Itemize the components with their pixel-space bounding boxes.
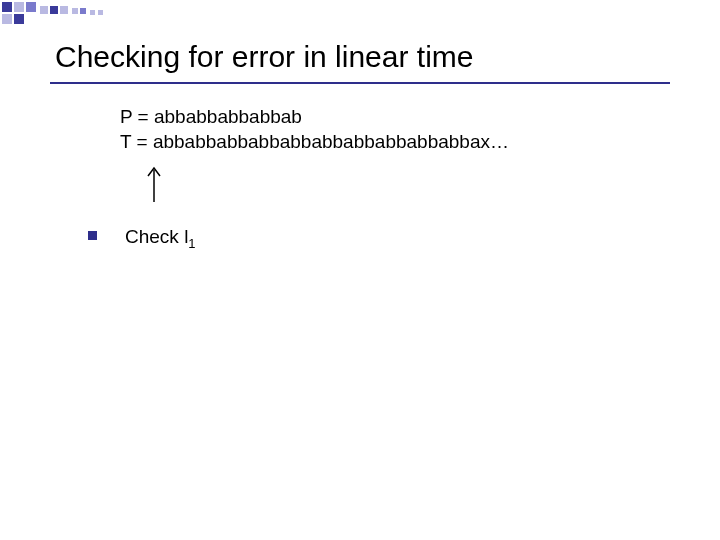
svg-rect-1 — [14, 2, 24, 12]
square-bullet-icon — [88, 231, 97, 240]
svg-rect-7 — [60, 6, 68, 14]
svg-rect-10 — [90, 10, 95, 15]
bullet-item: Check l1 — [88, 226, 196, 251]
svg-rect-6 — [50, 6, 58, 14]
up-arrow-icon — [144, 164, 164, 204]
svg-rect-11 — [98, 10, 103, 15]
svg-rect-4 — [14, 14, 24, 24]
t-string: T = abbabbabbabbabbabbabbabbabbabbax… — [120, 130, 509, 155]
svg-rect-8 — [72, 8, 78, 14]
p-string: P = abbabbabbabbab — [120, 105, 509, 130]
check-text: Check l1 — [125, 226, 196, 251]
svg-rect-5 — [40, 6, 48, 14]
svg-rect-2 — [26, 2, 36, 12]
corner-decoration — [0, 0, 120, 30]
string-block: P = abbabbabbabbab T = abbabbabbabbabbab… — [120, 105, 509, 154]
svg-rect-3 — [2, 14, 12, 24]
check-subscript: 1 — [188, 236, 195, 251]
check-prefix: Check l — [125, 226, 188, 247]
slide-title: Checking for error in linear time — [55, 40, 474, 74]
svg-rect-0 — [2, 2, 12, 12]
title-underline — [50, 82, 670, 84]
svg-rect-9 — [80, 8, 86, 14]
